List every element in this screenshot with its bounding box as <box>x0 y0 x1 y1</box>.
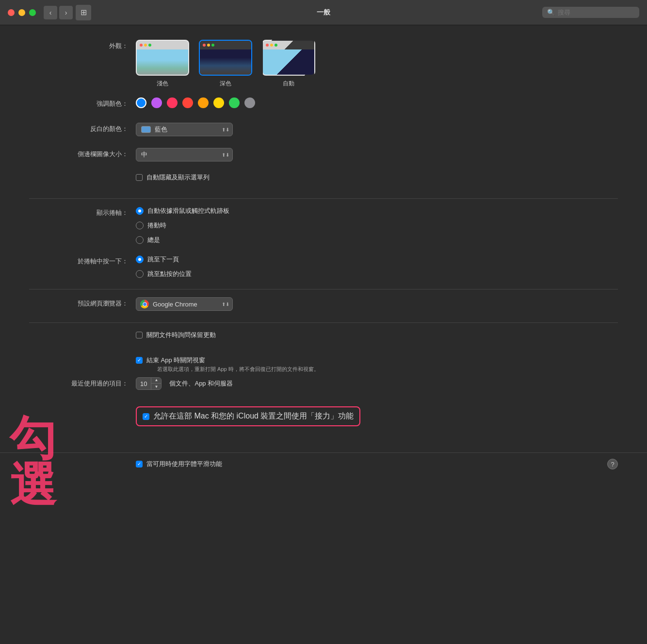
smooth-fonts-row: 當可用時使用字體平滑功能 <box>136 460 607 468</box>
appearance-thumb-auto <box>262 40 315 76</box>
accent-orange[interactable] <box>198 97 209 108</box>
close-docs-checkbox[interactable] <box>136 332 143 338</box>
light-mountain-bg <box>137 49 188 76</box>
appearance-light[interactable]: 淺色 <box>136 40 189 88</box>
divider-1 <box>29 198 618 199</box>
forward-button[interactable]: › <box>59 6 73 19</box>
sidebar-icon-size-dropdown[interactable]: 中 ⬆⬇ <box>136 148 233 161</box>
dropdown-arrow-icon2: ⬆⬇ <box>222 152 229 158</box>
accent-red[interactable] <box>182 97 193 108</box>
help-button[interactable]: ? <box>607 459 618 469</box>
back-button[interactable]: ‹ <box>44 6 57 19</box>
scrollbar-always-row[interactable]: 總是 <box>136 236 160 244</box>
default-browser-dropdown[interactable]: Google Chrome ⬆⬇ <box>136 297 233 311</box>
highlight-color-row: 反白的顏色： 藍色 ⬆⬇ <box>29 123 618 140</box>
close-windows-label: 結束 App 時關閉視窗 <box>146 356 205 365</box>
sidebar-icon-size-label: 側邊欄圖像大小： <box>29 148 136 159</box>
stepper-up-button[interactable]: ▲ <box>151 377 161 384</box>
highlight-color-dropdown[interactable]: 藍色 ⬆⬇ <box>136 123 233 136</box>
scrollbar-auto-row[interactable]: 自動依據滑鼠或觸控式軌跡板 <box>136 207 229 215</box>
close-windows-note: 若選取此選項，重新打開 App 時，將不會回復已打開的文件和視窗。 <box>157 366 319 373</box>
appearance-label: 外觀： <box>29 40 136 50</box>
empty-label-1 <box>29 173 136 175</box>
titlebar: ‹ › ⊞ 一般 🔍 <box>0 0 647 25</box>
recent-items-stepper[interactable]: 10 ▲ ▼ <box>136 377 162 390</box>
accent-purple[interactable] <box>151 97 162 108</box>
stepper-down-button[interactable]: ▼ <box>151 384 161 390</box>
empty-label-2 <box>29 331 136 333</box>
accent-blue[interactable] <box>136 97 146 108</box>
appearance-options: 淺色 深色 <box>136 40 618 88</box>
handoff-row: 允許在這部 Mac 和您的 iCloud 裝置之間使用「接力」功能 <box>29 406 618 426</box>
smooth-fonts-checkbox[interactable] <box>136 461 143 467</box>
sidebar-icon-size-value: 中 <box>141 150 147 159</box>
chrome-icon <box>140 300 149 308</box>
scrollbar-always-label: 總是 <box>147 236 160 244</box>
appearance-auto-label: 自動 <box>283 80 294 88</box>
bottom-bar: 當可用時使用字體平滑功能 ? <box>0 452 647 475</box>
empty-label-3 <box>29 359 136 361</box>
auto-hide-menubar-checkbox[interactable] <box>136 174 143 181</box>
appearance-dark-label: 深色 <box>220 80 231 88</box>
appearance-thumb-light <box>136 40 189 76</box>
handoff-checkbox[interactable] <box>143 413 149 420</box>
accent-graphite[interactable] <box>244 97 255 108</box>
scrollbar-auto-radio[interactable] <box>136 207 144 215</box>
click-scrollbar-label: 於捲軸中按一下： <box>29 255 136 266</box>
minimize-button[interactable] <box>18 9 25 16</box>
window-title: 一般 <box>317 8 330 17</box>
click-position-label: 跳至點按的位置 <box>147 270 192 278</box>
highlight-color-value: 藍色 <box>155 125 167 134</box>
divider-2 <box>29 289 618 290</box>
click-position-row[interactable]: 跳至點按的位置 <box>136 270 192 278</box>
handoff-highlighted-box: 允許在這部 Mac 和您的 iCloud 裝置之間使用「接力」功能 <box>136 406 360 426</box>
recent-items-suffix: 個文件、App 和伺服器 <box>169 379 233 388</box>
auto-hide-menubar-checkbox-row[interactable]: 自動隱藏及顯示選單列 <box>136 173 210 182</box>
auto-mountain-bg <box>263 49 314 76</box>
close-button[interactable] <box>8 9 15 16</box>
accent-color-label: 強調顏色： <box>29 97 136 108</box>
highlight-color-label: 反白的顏色： <box>29 123 136 133</box>
appearance-light-label: 淺色 <box>157 80 168 88</box>
recent-items-value: 10 <box>136 380 151 387</box>
close-docs-row: 關閉文件時詢問保留更動 <box>29 331 618 348</box>
click-next-page-label: 跳至下一頁 <box>147 255 179 264</box>
accent-color-options <box>136 97 618 108</box>
default-browser-label: 預設網頁瀏覽器： <box>29 297 136 308</box>
default-browser-value: Google Chrome <box>153 301 197 308</box>
close-windows-checkbox[interactable] <box>136 357 143 364</box>
click-scrollbar-row: 於捲軸中按一下： 跳至下一頁 跳至點按的位置 <box>29 255 618 281</box>
close-windows-checkbox-row[interactable]: 結束 App 時關閉視窗 <box>136 356 205 365</box>
scrollbar-auto-label: 自動依據滑鼠或觸控式軌跡板 <box>147 207 229 215</box>
click-position-radio[interactable] <box>136 270 144 278</box>
appearance-thumb-dark <box>199 40 252 76</box>
divider-3 <box>29 322 618 323</box>
close-docs-checkbox-row[interactable]: 關閉文件時詢問保留更動 <box>136 331 216 339</box>
accent-yellow[interactable] <box>213 97 224 108</box>
scrollbar-scroll-radio[interactable] <box>136 222 144 229</box>
appearance-dark[interactable]: 深色 <box>199 40 252 88</box>
grid-button[interactable]: ⊞ <box>76 5 91 20</box>
accent-color-row: 強調顏色： <box>29 97 618 115</box>
scrollbar-scroll-row[interactable]: 捲動時 <box>136 221 166 230</box>
show-scrollbars-label: 顯示捲軸： <box>29 207 136 217</box>
accent-green[interactable] <box>229 97 240 108</box>
search-input[interactable] <box>558 9 634 16</box>
nav-buttons: ‹ › <box>44 6 73 19</box>
close-docs-label: 關閉文件時詢問保留更動 <box>146 331 216 339</box>
appearance-auto[interactable]: 自動 <box>262 40 315 88</box>
default-browser-row: 預設網頁瀏覽器： Google Chrome ⬆⬇ <box>29 297 618 315</box>
recent-items-row: 最近使用過的項目： 10 ▲ ▼ 個文件、App 和伺服器 <box>29 377 618 395</box>
search-icon: 🔍 <box>547 9 555 16</box>
click-next-page-row[interactable]: 跳至下一頁 <box>136 255 179 264</box>
click-next-page-radio[interactable] <box>136 256 144 263</box>
dark-mountain-bg <box>200 49 251 76</box>
maximize-button[interactable] <box>29 9 36 16</box>
accent-pink[interactable] <box>167 97 178 108</box>
close-windows-row: 結束 App 時關閉視窗 若選取此選項，重新打開 App 時，將不會回復已打開的… <box>29 356 618 373</box>
scrollbar-scroll-label: 捲動時 <box>147 221 166 230</box>
scrollbar-always-radio[interactable] <box>136 236 144 244</box>
search-box: 🔍 <box>542 7 639 18</box>
appearance-row: 外觀： 淺色 <box>29 40 618 88</box>
handoff-label: 允許在這部 Mac 和您的 iCloud 裝置之間使用「接力」功能 <box>153 411 354 421</box>
